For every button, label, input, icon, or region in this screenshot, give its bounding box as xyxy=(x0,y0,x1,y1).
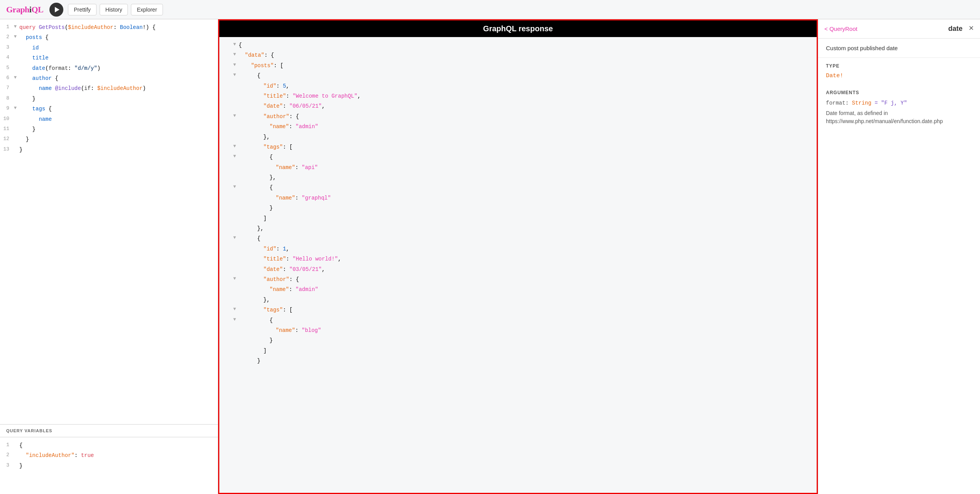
collapse-arrow[interactable]: ▼ xyxy=(14,23,19,30)
collapse-arrow[interactable]: ▼ xyxy=(233,234,239,242)
line-content: "data": { xyxy=(239,51,814,59)
line-content: } xyxy=(19,145,215,154)
query-line: 3 id xyxy=(0,43,218,53)
response-line: "name": "admin" xyxy=(219,122,817,132)
query-variables-header: QUERY VARIABLES xyxy=(0,425,218,437)
line-content: author { xyxy=(19,74,215,83)
query-editor[interactable]: 1▼query GetPosts($includeAuthor: Boolean… xyxy=(0,19,218,425)
line-content: title xyxy=(19,54,215,62)
query-line: 8 } xyxy=(0,94,218,104)
query-variables-content[interactable]: 1{2 "includeAuthor": true3} xyxy=(0,437,218,474)
line-content: { xyxy=(239,153,814,161)
collapse-arrow[interactable]: ▼ xyxy=(233,153,239,160)
docs-arg-type[interactable]: String xyxy=(852,100,871,106)
docs-type-section-title: TYPE xyxy=(818,58,980,71)
query-line: 5 date(format: "d/m/y") xyxy=(0,63,218,73)
collapse-arrow[interactable]: ▼ xyxy=(233,143,239,150)
line-content: "includeAuthor": true xyxy=(19,451,215,460)
docs-arg-default: = "F j, Y" xyxy=(875,100,907,106)
collapse-arrow[interactable]: ▼ xyxy=(14,105,19,112)
collapse-arrow[interactable]: ▼ xyxy=(233,183,239,191)
line-number: 2 xyxy=(0,33,14,41)
response-line: ▼{ xyxy=(219,315,817,325)
line-content: "date": "06/05/21", xyxy=(239,102,814,110)
response-line: }, xyxy=(219,173,817,183)
query-line: 10 name xyxy=(0,114,218,124)
header: GraphiQL Prettify History Explorer xyxy=(0,0,980,19)
collapse-arrow[interactable]: ▼ xyxy=(233,41,239,48)
docs-arguments-section-title: ARGUMENTS xyxy=(818,85,980,98)
response-line: }, xyxy=(219,132,817,142)
line-number: 6 xyxy=(0,74,14,82)
line-content: "name": "api" xyxy=(239,163,814,172)
line-number: 5 xyxy=(0,64,14,72)
response-line: "name": "admin" xyxy=(219,284,817,294)
response-line: "name": "graphql" xyxy=(219,193,817,203)
line-number: 10 xyxy=(0,115,14,123)
line-content: "date": "03/05/21", xyxy=(239,265,814,274)
line-content: tags { xyxy=(19,105,215,113)
line-number: 11 xyxy=(0,125,14,133)
line-content: ] xyxy=(239,214,814,223)
line-content: { xyxy=(239,71,814,80)
response-line: "date": "03/05/21", xyxy=(219,264,817,274)
docs-arg-name: format xyxy=(826,100,845,106)
response-content[interactable]: ▼{▼"data": {▼"posts": [▼{"id": 5,"title"… xyxy=(219,37,817,493)
explorer-button[interactable]: Explorer xyxy=(131,4,163,15)
line-number: 9 xyxy=(0,105,14,113)
collapse-arrow[interactable]: ▼ xyxy=(14,74,19,81)
collapse-arrow[interactable]: ▼ xyxy=(233,275,239,283)
response-line: "id": 1, xyxy=(219,244,817,254)
run-button[interactable] xyxy=(49,3,63,17)
collapse-arrow[interactable]: ▼ xyxy=(233,71,239,79)
line-content: }, xyxy=(239,173,814,182)
line-number: 12 xyxy=(0,135,14,143)
docs-type-value[interactable]: Date! xyxy=(818,71,980,85)
docs-panel: < QueryRoot date × Custom post published… xyxy=(818,19,980,494)
line-content: name @include(if: $includeAuthor) xyxy=(19,84,215,93)
response-line: "name": "api" xyxy=(219,162,817,173)
line-content: } xyxy=(239,336,814,345)
response-line: ▼{ xyxy=(219,183,817,193)
collapse-arrow[interactable]: ▼ xyxy=(233,61,239,69)
response-line: "title": "Hello world!", xyxy=(219,254,817,264)
line-content: { xyxy=(239,316,814,325)
line-content: "author": { xyxy=(239,112,814,121)
line-content: } xyxy=(19,135,215,144)
collapse-arrow[interactable]: ▼ xyxy=(14,33,19,41)
line-content: }, xyxy=(239,133,814,141)
collapse-arrow[interactable]: ▼ xyxy=(233,112,239,120)
line-number: 3 xyxy=(0,44,14,52)
collapse-arrow[interactable]: ▼ xyxy=(233,306,239,313)
docs-argument-row: format: String = "F j, Y" xyxy=(818,98,980,108)
collapse-arrow[interactable]: ▼ xyxy=(233,316,239,323)
line-content: } xyxy=(19,462,215,470)
line-content: query GetPosts($includeAuthor: Boolean!)… xyxy=(19,23,215,32)
variable-line: 2 "includeAuthor": true xyxy=(0,450,218,460)
collapse-arrow[interactable]: ▼ xyxy=(233,51,239,58)
query-line: 6▼ author { xyxy=(0,73,218,83)
response-line: "id": 5, xyxy=(219,81,817,91)
line-content: } xyxy=(239,204,814,212)
response-line: "name": "blog" xyxy=(219,325,817,335)
left-panel: 1▼query GetPosts($includeAuthor: Boolean… xyxy=(0,19,218,494)
line-number: 3 xyxy=(0,462,14,470)
history-button[interactable]: History xyxy=(100,4,128,15)
query-line: 13} xyxy=(0,145,218,155)
variable-line: 3} xyxy=(0,461,218,471)
response-line: ▼"author": { xyxy=(219,112,817,122)
query-line: 2▼ posts { xyxy=(0,32,218,42)
prettify-button[interactable]: Prettify xyxy=(68,4,97,15)
response-line: "title": "Welcome to GraphQL", xyxy=(219,91,817,101)
line-content: id xyxy=(19,44,215,52)
response-line: ] xyxy=(219,346,817,356)
docs-header: < QueryRoot date × xyxy=(818,19,980,39)
docs-close-button[interactable]: × xyxy=(969,24,974,34)
line-number: 2 xyxy=(0,451,14,459)
docs-back-link[interactable]: < QueryRoot xyxy=(824,25,857,32)
line-content: { xyxy=(239,41,814,49)
line-content: } xyxy=(239,357,814,365)
query-line: 4 title xyxy=(0,53,218,63)
line-content: "posts": [ xyxy=(239,61,814,70)
line-content: name xyxy=(19,115,215,124)
